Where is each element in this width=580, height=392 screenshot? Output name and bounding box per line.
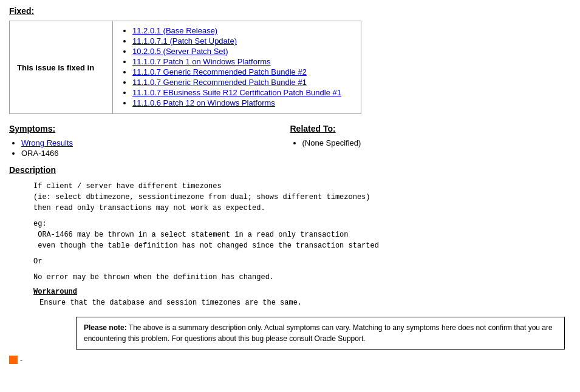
- list-item: Wrong Results: [21, 138, 290, 147]
- patch-link[interactable]: 10.2.0.5 (Server Patch Set): [132, 47, 228, 56]
- list-item: 11.1.0.7 Generic Recommended Patch Bundl…: [132, 78, 353, 87]
- description-paragraph: Or: [33, 256, 571, 267]
- patch-link[interactable]: 11.1.0.7 EBusiness Suite R12 Certificati…: [132, 88, 341, 97]
- symptom-link[interactable]: Wrong Results: [21, 138, 73, 147]
- note-box: Please note: The above is a summary desc…: [76, 317, 565, 350]
- patch-link[interactable]: 11.1.0.7 Generic Recommended Patch Bundl…: [132, 67, 307, 76]
- related-list: (None Specified): [302, 138, 571, 147]
- note-text: The above is a summary description only.…: [84, 323, 553, 343]
- fixed-table: This issue is fixed in 11.2.0.1 (Base Re…: [9, 21, 361, 114]
- fixed-header: Fixed:: [9, 6, 571, 16]
- related-title: Related To:: [290, 124, 571, 133]
- description-body: If client / server have different timezo…: [33, 181, 571, 283]
- symptoms-list: Wrong ResultsORA-1466: [21, 138, 290, 158]
- description-paragraph: No error may be thrown when the definiti…: [33, 272, 571, 283]
- list-item: ORA-1466: [21, 149, 290, 158]
- patches-list: 11.2.0.1 (Base Release)11.1.0.7.1 (Patch…: [132, 26, 353, 107]
- fixed-section: Fixed: This issue is fixed in 11.2.0.1 (…: [9, 6, 571, 114]
- symptoms-related-section: Symptoms: Wrong ResultsORA-1466 Related …: [9, 124, 571, 159]
- list-item: (None Specified): [302, 138, 571, 147]
- symptoms-title: Symptoms:: [9, 124, 290, 133]
- orange-icon: [9, 356, 18, 364]
- description-section: Description If client / server have diff…: [9, 165, 571, 307]
- patch-link[interactable]: 11.2.0.1 (Base Release): [132, 26, 217, 35]
- symptoms-section: Symptoms: Wrong ResultsORA-1466: [9, 124, 290, 159]
- description-paragraph: If client / server have different timezo…: [33, 181, 571, 214]
- list-item: 11.1.0.7 EBusiness Suite R12 Certificati…: [132, 88, 353, 97]
- related-section: Related To: (None Specified): [290, 124, 571, 159]
- patches-cell: 11.2.0.1 (Base Release)11.1.0.7.1 (Patch…: [113, 21, 361, 114]
- list-item: 10.2.0.5 (Server Patch Set): [132, 47, 353, 56]
- patch-link[interactable]: 11.1.0.6 Patch 12 on Windows Platforms: [132, 98, 275, 107]
- list-item: 11.1.0.7.1 (Patch Set Update): [132, 36, 353, 46]
- list-item: 11.1.0.7 Generic Recommended Patch Bundl…: [132, 67, 353, 76]
- description-title: Description: [9, 165, 571, 175]
- patch-link[interactable]: 11.1.0.7.1 (Patch Set Update): [132, 36, 237, 46]
- bottom-dash: -: [20, 356, 22, 364]
- workaround-text: Ensure that the database and session tim…: [39, 299, 571, 307]
- fixed-label: This issue is fixed in: [10, 21, 113, 114]
- workaround-label: Workaround: [33, 288, 571, 296]
- patch-link[interactable]: 11.1.0.7 Generic Recommended Patch Bundl…: [132, 78, 307, 87]
- description-paragraph: eg: ORA-1466 may be thrown in a select s…: [33, 218, 571, 251]
- bottom-bar: -: [9, 356, 571, 364]
- list-item: 11.2.0.1 (Base Release): [132, 26, 353, 35]
- patch-link[interactable]: 11.1.0.7 Patch 1 on Windows Platforms: [132, 57, 271, 66]
- note-bold: Please note:: [84, 323, 127, 332]
- list-item: 11.1.0.7 Patch 1 on Windows Platforms: [132, 57, 353, 66]
- list-item: 11.1.0.6 Patch 12 on Windows Platforms: [132, 98, 353, 107]
